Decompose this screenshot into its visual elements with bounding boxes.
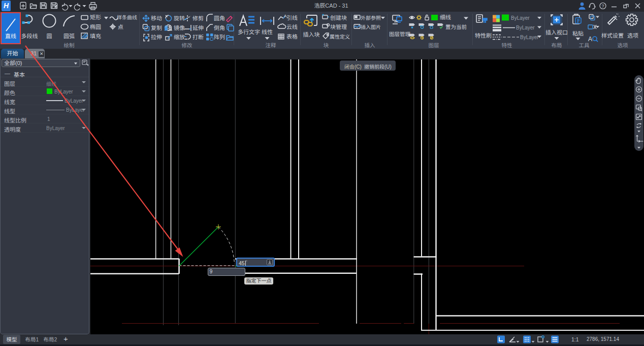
svg-text:ByLayer: ByLayer <box>511 15 530 21</box>
svg-text:插入图片: 插入图片 <box>361 24 381 30</box>
svg-text:移动: 移动 <box>151 15 162 21</box>
svg-text:缩放: 缩放 <box>174 34 185 40</box>
svg-text:块: 块 <box>324 42 329 48</box>
svg-text:选项: 选项 <box>627 33 638 39</box>
svg-text:阵列: 阵列 <box>214 34 225 40</box>
svg-text:复制: 复制 <box>151 25 162 31</box>
svg-text:椭圆: 椭圆 <box>90 24 101 30</box>
svg-text:云线: 云线 <box>286 24 298 30</box>
svg-text:打断: 打断 <box>192 34 204 40</box>
svg-text:插入块: 插入块 <box>303 32 320 38</box>
svg-text:图层管理: 图层管理 <box>389 31 410 37</box>
svg-text:样条曲线: 样条曲线 <box>117 15 137 20</box>
svg-text:填充: 填充 <box>90 33 101 39</box>
svg-text:ByLayer: ByLayer <box>516 25 535 30</box>
svg-text:细线: 细线 <box>440 14 451 20</box>
svg-text:圆弧: 圆弧 <box>63 33 75 39</box>
svg-text:A: A <box>588 36 592 43</box>
svg-text:矩形: 矩形 <box>90 14 101 20</box>
svg-text:插入: 插入 <box>365 42 375 48</box>
svg-text:布局: 布局 <box>552 42 562 48</box>
svg-text:特性刷: 特性刷 <box>475 33 492 39</box>
svg-text:样式设置: 样式设置 <box>601 33 624 39</box>
svg-text:属性定义: 属性定义 <box>330 34 350 40</box>
svg-text:拉伸: 拉伸 <box>151 34 162 40</box>
svg-text:注释: 注释 <box>266 42 276 48</box>
svg-text:插入视口: 插入视口 <box>545 29 568 36</box>
svg-text:外部参照: 外部参照 <box>361 15 381 21</box>
svg-text:点: 点 <box>118 24 123 30</box>
svg-text:置为当前: 置为当前 <box>445 24 467 30</box>
svg-text:块管理: 块管理 <box>330 24 347 30</box>
svg-text:旋转: 旋转 <box>174 15 185 21</box>
svg-text:多行文字: 多行文字 <box>238 29 260 35</box>
svg-text:特性: 特性 <box>502 42 512 48</box>
svg-text:倒角: 倒角 <box>214 25 225 31</box>
svg-text:图层: 图层 <box>429 42 439 48</box>
svg-text:圆: 圆 <box>47 33 52 39</box>
svg-text:直线: 直线 <box>5 33 16 39</box>
svg-text:粘贴: 粘贴 <box>572 30 584 37</box>
svg-text:镜像: 镜像 <box>174 25 185 31</box>
svg-text:圆角: 圆角 <box>214 15 225 21</box>
svg-text:ByLayer: ByLayer <box>520 35 539 40</box>
svg-text:创建块: 创建块 <box>330 15 347 21</box>
svg-text:表格: 表格 <box>286 34 298 40</box>
svg-text:?: ? <box>601 4 604 9</box>
svg-text:修改: 修改 <box>182 42 192 48</box>
svg-text:工具: 工具 <box>579 42 590 48</box>
svg-text:线性: 线性 <box>262 29 273 35</box>
svg-text:多段线: 多段线 <box>21 33 38 39</box>
svg-text:选项: 选项 <box>618 42 629 48</box>
svg-text:引线: 引线 <box>286 15 298 21</box>
svg-text:绘制: 绘制 <box>64 42 75 48</box>
svg-text:延伸: 延伸 <box>192 25 204 31</box>
svg-text:修剪: 修剪 <box>192 15 204 21</box>
